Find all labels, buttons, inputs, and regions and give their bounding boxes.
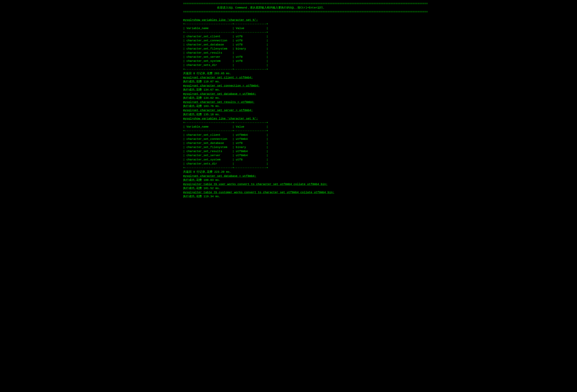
command-line: mysql>set character_set_results = utf8mb… bbox=[183, 101, 254, 104]
table-line: +----------------------------+----------… bbox=[183, 23, 268, 26]
table-line: | Variable_name | Value | bbox=[183, 125, 268, 128]
welcome-text: 欢迎进入SQL Command，请从底部输入框内输入要执行的SQL，按Ctrl+… bbox=[183, 6, 326, 9]
table-line: | character_set_database | utf8 | bbox=[183, 142, 268, 145]
command-line: mysql>alter table tb_customer_works conv… bbox=[183, 191, 334, 194]
success-line: 执行成功,花费 108.03 ms. bbox=[183, 178, 220, 182]
table-line: | character_set_server | utf8mb4 | bbox=[183, 154, 268, 157]
success-line: 执行成功,花费 181.52 ms. bbox=[183, 187, 220, 190]
table-line: +----------------------------+----------… bbox=[183, 121, 268, 124]
table-line: | character_set_filesystem | binary | bbox=[183, 47, 268, 50]
terminal-window: ========================================… bbox=[183, 1, 394, 199]
table-line: | character_sets_dir | | bbox=[183, 162, 268, 165]
success-line: 执行成功,花费 119.34 ms. bbox=[183, 195, 220, 198]
result-line: 共返回 8 行记录,花费 223.20 ms. bbox=[183, 170, 231, 174]
command-line: mysql>set character_set_database = utf8m… bbox=[183, 92, 256, 96]
command-line: mysql>show variables like 'character_set… bbox=[183, 117, 258, 120]
separator-top: ========================================… bbox=[183, 2, 428, 5]
table-line: | character_set_connection | utf8 | bbox=[183, 39, 268, 42]
result-line: 共返回 8 行记录,花费 203.65 ms. bbox=[183, 72, 231, 75]
table-line: | character_set_client | utf8mb4 | bbox=[183, 133, 268, 137]
table-line: | character_set_system | utf8 | bbox=[183, 60, 268, 63]
terminal-content: ========================================… bbox=[183, 1, 394, 199]
success-line: 执行成功,花费 134.02 ms. bbox=[183, 96, 220, 100]
separator-bottom: ========================================… bbox=[183, 10, 428, 13]
table-line: | character_set_database | utf8 | bbox=[183, 43, 268, 46]
table-line: | character_set_filesystem | binary | bbox=[183, 146, 268, 149]
table-line: | character_set_client | utf8 | bbox=[183, 35, 268, 38]
table-line: +----------------------------+----------… bbox=[183, 31, 268, 34]
command-line: mysql>set character_set_database = utf8m… bbox=[183, 175, 256, 178]
success-line: 执行成功,花费 134.67 ms. bbox=[183, 88, 220, 91]
table-line: +----------------------------+----------… bbox=[183, 166, 268, 169]
table-line: +----------------------------+----------… bbox=[183, 129, 268, 133]
table-line: | Variable_name | Value | bbox=[183, 27, 268, 30]
table-line: | character_set_connection | utf8mb4 | bbox=[183, 138, 268, 141]
command-line: mysql>show variables like 'character_set… bbox=[183, 18, 258, 22]
success-line: 执行成功,花费 183.76 ms. bbox=[183, 105, 220, 108]
table-line: +----------------------------+----------… bbox=[183, 68, 268, 71]
command-line: mysql>set character_set_server = utf8mb4… bbox=[183, 109, 253, 112]
command-line: mysql>set character_set_client = utf8mb4… bbox=[183, 76, 253, 79]
table-line: | character_set_server | utf8 | bbox=[183, 55, 268, 59]
command-line: mysql>alter table tb_user_works convert … bbox=[183, 183, 327, 186]
table-line: | character_sets_dir | | bbox=[183, 64, 268, 67]
terminal-output: ========================================… bbox=[183, 1, 394, 199]
table-line: | character_set_results | utf8mb4 | bbox=[183, 150, 268, 153]
success-line: 执行成功,花费 110.07 ms. bbox=[183, 80, 220, 83]
table-line: | character_set_results | | bbox=[183, 51, 268, 54]
table-line: | character_set_system | utf8 | bbox=[183, 158, 268, 161]
success-line: 执行成功,花费 135.18 ms. bbox=[183, 113, 220, 116]
command-line: mysql>set character_set_connection = utf… bbox=[183, 84, 259, 87]
